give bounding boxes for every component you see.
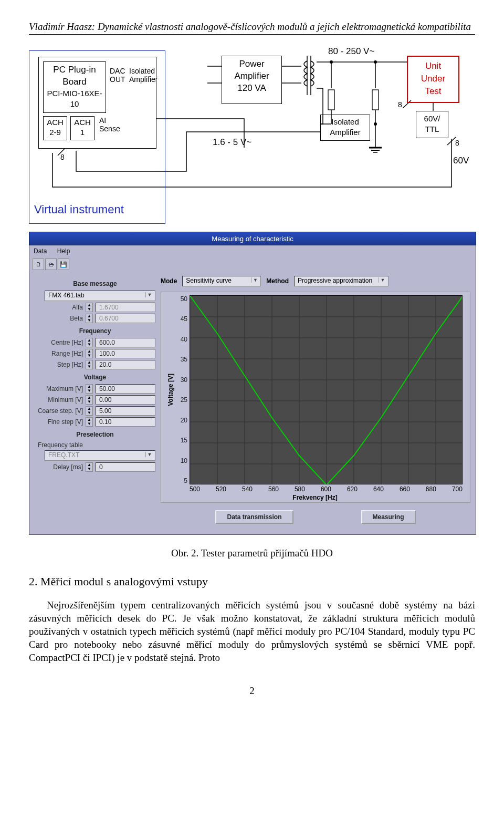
pcb-line2: Board bbox=[44, 76, 106, 88]
ach1-l1: ACH bbox=[71, 118, 94, 128]
freq-table-label: Frequency table bbox=[35, 441, 83, 449]
uut-l3: Test bbox=[408, 85, 458, 98]
centre-label: Centre [Hz] bbox=[35, 339, 83, 346]
power-amplifier-box: Power Amplifier 120 VA bbox=[222, 56, 282, 104]
plot-ylabel: Voltage [V] bbox=[167, 374, 174, 406]
window-title-bar: Measuring of characteristic bbox=[29, 232, 476, 245]
step-field[interactable]: 20.0 bbox=[96, 360, 155, 369]
max-label: Maximum [V] bbox=[35, 385, 83, 392]
delay-field[interactable]: 0 bbox=[96, 462, 155, 472]
menu-help[interactable]: Help bbox=[57, 247, 70, 255]
ach-2-9-box: ACH 2-9 bbox=[43, 116, 67, 140]
group-frequency: Frequency bbox=[35, 327, 155, 335]
dac-out-label: DAC OUT bbox=[110, 67, 125, 84]
svg-rect-4 bbox=[372, 90, 379, 110]
alfa-stepper[interactable]: ▲▼ bbox=[86, 303, 93, 312]
delay-label: Delay [ms] bbox=[35, 463, 83, 471]
centre-field[interactable]: 600.0 bbox=[96, 338, 155, 347]
freq-table-combo[interactable]: FREQ.TXT bbox=[45, 450, 155, 461]
ai-l2: Sense bbox=[99, 125, 120, 133]
step-stepper[interactable]: ▲▼ bbox=[86, 360, 93, 369]
alfa-field[interactable]: 1.6700 bbox=[96, 303, 155, 312]
new-icon[interactable]: 🗋 bbox=[33, 259, 44, 270]
figure-caption: Obr. 2. Tester parametrů přijímačů HDO bbox=[29, 547, 475, 559]
vttl-l1: 60V/ bbox=[416, 113, 448, 124]
beta-label: Beta bbox=[35, 315, 83, 322]
coarse-step-field[interactable]: 5.00 bbox=[96, 406, 155, 416]
fine-step-stepper[interactable]: ▲▼ bbox=[86, 417, 93, 427]
measuring-button[interactable]: Measuring bbox=[361, 510, 416, 524]
ach1-l2: 1 bbox=[71, 128, 94, 138]
mode-combo[interactable]: Sensitivity curve bbox=[182, 276, 261, 286]
bus-width-8a: 8 bbox=[60, 153, 65, 161]
plot-canvas bbox=[190, 295, 463, 484]
60v-label: 60V bbox=[453, 156, 469, 166]
group-voltage: Voltage bbox=[35, 374, 155, 381]
svg-point-22 bbox=[330, 60, 333, 64]
pa-l3: 120 VA bbox=[222, 82, 281, 95]
dac-l1: DAC bbox=[110, 67, 125, 75]
coarse-step-label: Coarse step. [V] bbox=[35, 407, 83, 415]
pa-l2: Amplifier bbox=[222, 70, 281, 82]
range-field[interactable]: 100.0 bbox=[96, 349, 155, 358]
menu-bar: Data Help bbox=[29, 245, 476, 257]
60v-ttl-box: 60V/ TTL bbox=[416, 111, 448, 138]
min-field[interactable]: 0.00 bbox=[96, 395, 155, 405]
ach29-l1: ACH bbox=[44, 118, 67, 128]
body-paragraph: Nejrozšířenějším typem centralizovaných … bbox=[29, 598, 475, 664]
svg-point-23 bbox=[374, 60, 377, 64]
centre-stepper[interactable]: ▲▼ bbox=[86, 338, 93, 347]
uut-l2: Under bbox=[408, 73, 458, 85]
pa-l1: Power bbox=[222, 58, 281, 70]
pcb-line3: PCI-MIO-16XE-10 bbox=[44, 88, 106, 110]
virtual-instrument-label: Virtual instrument bbox=[34, 203, 124, 216]
beta-field[interactable]: 0.6700 bbox=[96, 314, 155, 323]
body-text: Nejrozšířenějším typem centralizovaných … bbox=[29, 599, 475, 663]
fine-step-label: Fine step [V] bbox=[35, 418, 83, 426]
voltage-range-label: 80 - 250 V~ bbox=[328, 46, 374, 57]
method-label: Method bbox=[266, 277, 289, 285]
mode-label: Mode bbox=[161, 277, 177, 285]
min-stepper[interactable]: ▲▼ bbox=[86, 395, 93, 405]
step-label: Step [Hz] bbox=[35, 361, 83, 368]
group-preselection: Preselection bbox=[35, 431, 155, 438]
vttl-l2: TTL bbox=[416, 124, 448, 135]
max-field[interactable]: 50.00 bbox=[96, 384, 155, 394]
ach-1-box: ACH 1 bbox=[70, 116, 94, 140]
toolbar: 🗋 🗁 💾 bbox=[29, 257, 476, 272]
isolated-amp-2-box: Isolated Amplifier bbox=[320, 115, 370, 141]
pcb-line1: PC Plug-in bbox=[44, 64, 106, 76]
dac-l2: OUT bbox=[110, 75, 125, 84]
ach29-l2: 2-9 bbox=[44, 128, 67, 138]
beta-stepper[interactable]: ▲▼ bbox=[86, 314, 93, 323]
svg-rect-3 bbox=[328, 90, 334, 110]
ia2-l1: Isolated bbox=[321, 117, 370, 127]
base-file-combo[interactable]: FMX 461.tab bbox=[45, 291, 155, 301]
pc-plug-in-board: PC Plug-in Board PCI-MIO-16XE-10 bbox=[43, 61, 106, 113]
ai-sense-label: AI Sense bbox=[99, 116, 120, 133]
menu-data[interactable]: Data bbox=[34, 247, 47, 255]
range-label: Range [Hz] bbox=[35, 350, 83, 357]
ia1-l1: Isolated bbox=[129, 67, 158, 75]
isolated-amp-1-label: Isolated Amplifier bbox=[129, 67, 158, 84]
save-icon[interactable]: 💾 bbox=[58, 259, 69, 270]
delay-stepper[interactable]: ▲▼ bbox=[86, 462, 93, 472]
coarse-step-stepper[interactable]: ▲▼ bbox=[86, 406, 93, 416]
range-stepper[interactable]: ▲▼ bbox=[86, 349, 93, 358]
data-transmission-button[interactable]: Data transmission bbox=[215, 510, 293, 524]
svg-point-24 bbox=[374, 122, 377, 126]
bus-width-8c: 8 bbox=[455, 139, 459, 147]
block-diagram: Virtual instrument PC Plug-in Board PCI-… bbox=[29, 50, 475, 226]
open-icon[interactable]: 🗁 bbox=[45, 259, 57, 270]
alfa-label: Alfa bbox=[35, 304, 83, 311]
max-stepper[interactable]: ▲▼ bbox=[86, 384, 93, 394]
section-heading: 2. Měřicí modul s analogovými vstupy bbox=[29, 575, 475, 588]
plot-panel: Mode Sensitivity curve Method Progressiv… bbox=[161, 276, 470, 527]
plot-xticks: 500520540560580600620640660680700 bbox=[190, 485, 463, 493]
ia2-l2: Amplifier bbox=[321, 127, 370, 138]
fine-step-field[interactable]: 0.10 bbox=[96, 417, 155, 427]
bus-width-8b: 8 bbox=[398, 100, 402, 109]
uut-l1: Unit bbox=[408, 60, 458, 73]
running-header: Vladimír Haasz: Dynamické vlastnosti ana… bbox=[29, 21, 475, 35]
method-combo[interactable]: Progressive approximation bbox=[294, 276, 388, 286]
